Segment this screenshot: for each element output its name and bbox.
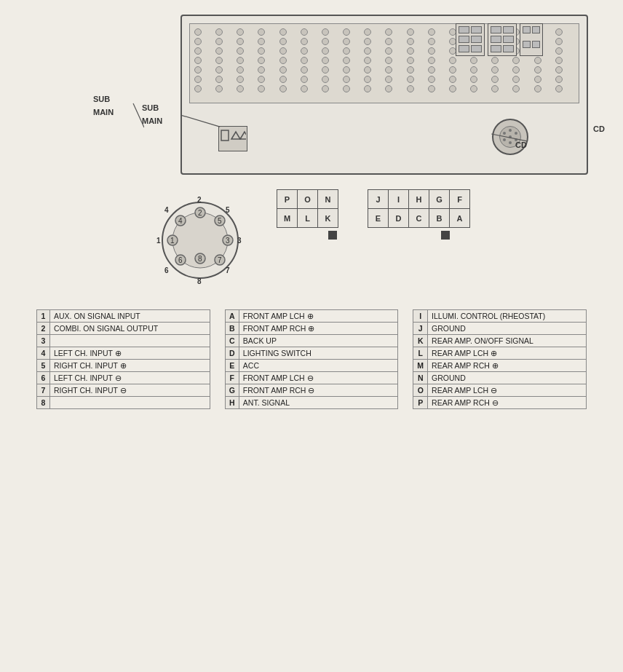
vent-hole [385,28,392,36]
connector-pin [471,26,482,33]
vent-hole [428,57,435,64]
vent-hole [279,76,287,83]
connector-pin [471,45,482,52]
vent-hole [491,76,499,83]
vent-hole [279,85,287,92]
vent-hole [215,47,223,55]
connector-pin [459,45,469,52]
pin-table-1-8: 1AUX. ON SIGNAL INPUT2COMBI. ON SIGNAL O… [36,309,210,409]
svg-point-3 [509,129,512,132]
table-row: 7RIGHT CH. INPUT ⊖ [37,384,210,397]
connector-pin [471,36,482,43]
table-row: 8 [37,397,210,409]
vent-hole [428,66,435,74]
vent-hole [428,38,435,45]
sq-cell-K: K [318,209,338,228]
vent-hole [491,57,499,64]
vent-hole [449,66,456,74]
vent-hole [322,38,329,45]
pin-num: L [413,347,428,360]
vent-hole [237,76,244,83]
vent-hole [449,85,456,92]
svg-point-6 [509,141,512,144]
connector-diagrams: 1 1 2 2 3 3 4 4 5 5 [22,189,601,291]
table-row: DLIGHTING SWITCH [225,347,398,360]
vent-hole [258,66,265,74]
vent-hole [258,85,265,92]
vent-hole [215,28,223,36]
vent-hole [534,66,541,74]
vent-hole [343,47,350,55]
vent-hole [491,85,499,92]
pin-num: F [225,372,239,384]
pin-num: P [413,397,428,409]
svg-point-9 [509,135,512,138]
device-diagram: SUB MAIN CD SUB MAIN CD [93,15,530,175]
table-row: OREAR AMP LCH ⊖ [413,384,587,397]
table-row: BFRONT AMP RCH ⊕ [225,323,398,335]
vent-hole [258,57,265,64]
vent-hole [555,85,563,92]
vent-hole [407,57,414,64]
vent-hole [215,57,223,64]
vent-hole [301,38,308,45]
vent-hole [237,47,244,55]
sq-indicator-right [441,231,450,240]
vent-hole [385,47,392,55]
vent-hole [512,66,520,74]
svg-text:1: 1 [170,237,175,245]
vent-hole [279,47,287,55]
connector-block-3 [520,23,543,56]
round-connector-diagram: 1 1 2 2 3 3 4 4 5 5 [153,189,247,291]
label-sub: SUB [142,103,159,112]
svg-text:2: 2 [197,196,202,204]
pin-num: D [225,347,239,360]
vent-hole [301,66,308,74]
pin-num: 1 [37,310,50,323]
vent-hole [555,38,563,45]
vent-hole [322,47,329,55]
connector-pin [491,45,501,52]
vent-hole [194,28,202,36]
vent-hole [194,38,202,45]
svg-point-4 [515,132,517,135]
pin-label: ACC [239,360,398,372]
vent-hole [364,57,371,64]
pin-label: AUX. ON SIGNAL INPUT [50,310,210,323]
svg-text:MAIN: MAIN [93,108,114,116]
vent-hole [258,38,265,45]
pin-label: COMBI. ON SIGNAL OUTPUT [50,323,210,335]
cd-connector [492,119,528,155]
vent-hole [237,28,244,36]
pin-label: REAR AMP LCH ⊕ [428,347,587,360]
vent-hole [534,76,541,83]
table-row: IILLUMI. CONTROL (RHEOSTAT) [413,310,587,323]
device-body: SUB MAIN CD [180,15,588,175]
connector-pin [459,26,469,33]
pin-num: 5 [37,360,50,372]
page: SUB MAIN CD SUB MAIN CD [0,0,623,672]
pin-label: RIGHT CH. INPUT ⊕ [50,360,210,372]
sq-cell-D: D [389,209,409,228]
square-connector-left: P O N M L K [277,189,338,240]
svg-text:6: 6 [164,266,169,274]
svg-text:5: 5 [226,206,230,214]
vent-hole [237,57,244,64]
connector-block-1 [456,23,485,56]
vent-hole [428,28,435,36]
vent-hole [301,47,308,55]
pin-num: 4 [37,347,50,360]
vent-hole [194,76,202,83]
round-connector-svg: 1 1 2 2 3 3 4 4 5 5 [153,189,247,291]
pin-label: FRONT AMP LCH ⊕ [239,310,398,323]
table-row: LREAR AMP LCH ⊕ [413,347,587,360]
pin-num: K [413,335,428,347]
vent-hole [407,85,414,92]
svg-point-7 [503,138,506,141]
vent-hole [194,57,202,64]
vent-hole [343,66,350,74]
table-row: FFRONT AMP LCH ⊖ [225,372,398,384]
vent-hole [215,66,223,74]
pin-label: ANT. SIGNAL [239,397,398,409]
connector-pin [532,41,540,48]
